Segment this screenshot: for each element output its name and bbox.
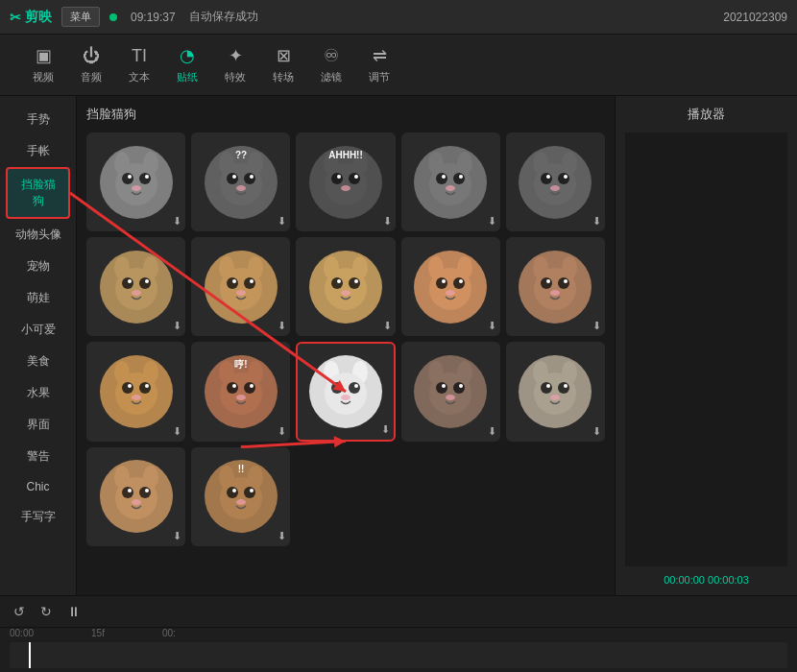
svg-point-53: [128, 279, 132, 283]
svg-point-60: [227, 277, 238, 289]
sidebar-item-fruit[interactable]: 水果: [0, 377, 76, 409]
sticker-svg-16: [98, 458, 175, 535]
sticker-svg-5: [517, 144, 593, 221]
svg-point-89: [546, 279, 550, 283]
sidebar-item-chic[interactable]: Chic: [0, 472, 76, 501]
svg-point-42: [541, 173, 552, 184]
sticker-svg-7: [203, 249, 279, 325]
menu-button[interactable]: 菜单: [61, 7, 100, 27]
sticker-item-1[interactable]: ⬇: [86, 132, 185, 231]
download-icon-3[interactable]: ⬇: [383, 215, 392, 228]
svg-point-155: [236, 499, 246, 505]
sidebar-item-animal[interactable]: 动物头像: [0, 219, 76, 251]
top-bar: ✂ 剪映 菜单 09:19:37 自动保存成功 2021022309: [0, 0, 797, 35]
toolbar-item-transition[interactable]: ⊠转场: [259, 39, 307, 90]
timeline-cursor[interactable]: [29, 642, 31, 668]
download-icon-10[interactable]: ⬇: [592, 320, 601, 332]
content-area: 挡脸猫狗 ⬇ ??: [77, 96, 615, 595]
download-icon-4[interactable]: ⬇: [488, 215, 496, 228]
sidebar-item-cute[interactable]: 小可爱: [0, 314, 76, 346]
sticker-item-8[interactable]: ⬇: [296, 237, 395, 336]
sticker-item-4[interactable]: ⬇: [401, 132, 500, 231]
svg-point-154: [250, 489, 254, 492]
sticker-item-11[interactable]: ⬇: [86, 342, 185, 441]
toolbar-item-text[interactable]: TI文本: [115, 40, 163, 90]
toolbar-item-effects[interactable]: ✦特效: [211, 39, 259, 90]
svg-point-105: [227, 382, 238, 394]
sticker-svg-15: [517, 353, 593, 430]
svg-point-145: [145, 489, 149, 492]
download-icon-6[interactable]: ⬇: [173, 320, 181, 332]
svg-point-61: [244, 277, 255, 289]
split-button[interactable]: ⏸: [63, 602, 85, 621]
sticker-item-3[interactable]: AHHH!! ⬇: [296, 132, 395, 231]
toolbar: ▣视频⏻音频TI文本◔贴纸✦特效⊠转场♾滤镜⇌调节: [0, 35, 797, 96]
svg-point-8: [132, 185, 141, 191]
sidebar: 手势手帐挡脸猫狗动物头像宠物萌娃小可爱美食水果界面警告Chic手写字: [0, 96, 77, 595]
svg-point-118: [354, 384, 358, 388]
svg-point-44: [546, 175, 550, 179]
download-icon-5[interactable]: ⬇: [592, 215, 601, 228]
undo-button[interactable]: ↺: [10, 602, 29, 621]
sticker-item-7[interactable]: ⬇: [191, 237, 290, 336]
timeline-track[interactable]: [10, 642, 787, 668]
sidebar-item-food[interactable]: 美食: [0, 346, 76, 377]
sidebar-item-chibi[interactable]: 萌娃: [0, 282, 76, 314]
redo-button[interactable]: ↻: [36, 602, 56, 621]
svg-point-133: [541, 382, 552, 394]
download-icon-14[interactable]: ⬇: [488, 425, 496, 438]
toolbar-item-adjust[interactable]: ⇌调节: [355, 39, 403, 90]
svg-point-68: [325, 268, 367, 310]
svg-point-124: [436, 382, 447, 394]
transition-icon: ⊠: [277, 45, 291, 66]
svg-point-142: [122, 487, 133, 498]
svg-point-80: [442, 279, 446, 283]
download-icon-12[interactable]: ⬇: [278, 425, 286, 438]
download-icon-13[interactable]: ⬇: [381, 423, 390, 436]
preview-panel: 播放器 00:00:00 00:00:03: [615, 96, 797, 595]
sticker-svg-14: [412, 353, 489, 430]
sticker-item-13[interactable]: ⬇: [296, 342, 395, 441]
download-icon-8[interactable]: ⬇: [383, 320, 392, 332]
sticker-item-9[interactable]: ⬇: [401, 237, 500, 336]
download-icon-7[interactable]: ⬇: [278, 320, 286, 332]
sticker-item-2[interactable]: ?? ⬇: [191, 132, 290, 231]
sidebar-item-handwriting[interactable]: 手写字: [0, 501, 76, 533]
sticker-item-15[interactable]: ⬇: [506, 342, 605, 441]
sidebar-item-scene[interactable]: 界面: [0, 409, 76, 441]
toolbar-item-video[interactable]: ▣视频: [19, 39, 67, 90]
sticker-item-12[interactable]: 哼! ⬇: [191, 342, 290, 441]
download-icon-1[interactable]: ⬇: [173, 215, 181, 228]
svg-point-134: [558, 382, 569, 394]
svg-point-34: [453, 173, 465, 184]
sticker-item-14[interactable]: ⬇: [401, 342, 500, 441]
svg-point-45: [564, 175, 568, 179]
sticker-item-16[interactable]: ⬇: [86, 447, 185, 546]
svg-point-25: [337, 175, 341, 179]
sticker-svg-11: [98, 353, 175, 430]
download-icon-16[interactable]: ⬇: [173, 530, 181, 542]
download-icon-9[interactable]: ⬇: [488, 320, 496, 332]
sidebar-item-handwrite[interactable]: 手帐: [0, 135, 76, 167]
sidebar-item-warning[interactable]: 警告: [0, 441, 76, 472]
sticker-item-5[interactable]: ⬇: [506, 132, 605, 231]
svg-point-99: [145, 384, 149, 388]
timeline-ruler: 00:00 15f 00:: [0, 628, 797, 638]
svg-point-95: [115, 372, 157, 415]
app-logo: ✂ 剪映: [10, 9, 52, 26]
toolbar-item-sticker[interactable]: ◔贴纸: [163, 39, 211, 90]
sidebar-item-catdog[interactable]: 挡脸猫狗: [6, 167, 70, 219]
sticker-item-17[interactable]: !! ⬇: [191, 447, 290, 546]
sticker-item-10[interactable]: ⬇: [506, 237, 605, 336]
download-icon-11[interactable]: ⬇: [173, 425, 181, 438]
download-icon-17[interactable]: ⬇: [278, 530, 286, 542]
download-icon-2[interactable]: ⬇: [278, 215, 286, 228]
sidebar-item-pet[interactable]: 宠物: [0, 251, 76, 282]
toolbar-item-audio[interactable]: ⏻音频: [67, 40, 115, 90]
svg-point-141: [115, 477, 157, 519]
sidebar-item-gesture[interactable]: 手势: [0, 104, 76, 135]
toolbar-item-filter[interactable]: ♾滤镜: [307, 39, 355, 90]
sticker-item-6[interactable]: ⬇: [86, 237, 185, 336]
svg-point-70: [349, 277, 360, 289]
download-icon-15[interactable]: ⬇: [592, 425, 601, 438]
